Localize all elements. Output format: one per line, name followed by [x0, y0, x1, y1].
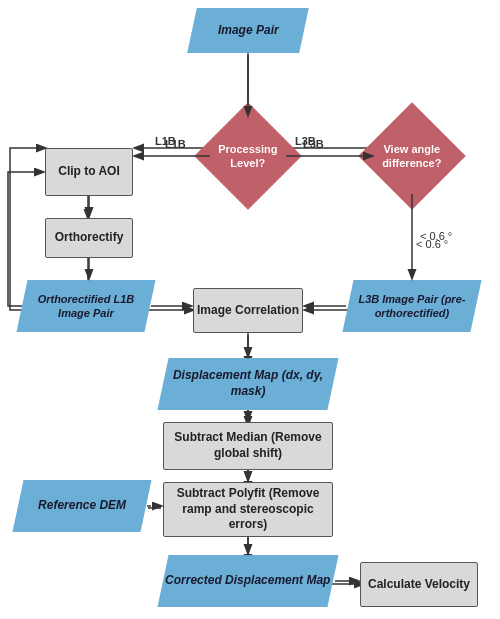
orthorectify-node: Orthorectify — [45, 218, 133, 258]
displacement-map-label: Displacement Map (dx, dy, mask) — [163, 368, 333, 399]
view-angle-node: View angle difference? — [358, 102, 465, 209]
l3b-label: L3B — [295, 135, 316, 147]
processing-level-node: Processing Level? — [194, 102, 301, 209]
image-correlation-node: Image Correlation — [193, 288, 303, 333]
l1b-label: L1B — [155, 135, 176, 147]
angle-threshold-label: < 0.6 ° — [420, 230, 452, 242]
image-pair-node: Image Pair — [187, 8, 309, 53]
displacement-map-node: Displacement Map (dx, dy, mask) — [157, 358, 338, 410]
subtract-median-node: Subtract Median (Remove global shift) — [163, 422, 333, 470]
view-angle-label: View angle difference? — [374, 142, 450, 171]
l3b-pair-node: L3B Image Pair (pre-orthorectified) — [342, 280, 481, 332]
calculate-velocity-node: Calculate Velocity — [360, 562, 478, 607]
reference-dem-label: Reference DEM — [38, 498, 126, 514]
corrected-disp-node: Corrected Displacement Map — [157, 555, 338, 607]
corrected-disp-label: Corrected Displacement Map — [165, 573, 330, 589]
subtract-polyfit-label: Subtract Polyfit (Remove ramp and stereo… — [164, 486, 332, 533]
orthorectify-label: Orthorectify — [55, 230, 124, 246]
flowchart-diagram: L1B L3B < 0.6 ° Image Pair Processing Le… — [0, 0, 500, 619]
clip-to-aoi-node: Clip to AOI — [45, 148, 133, 196]
processing-level-label: Processing Level? — [210, 142, 286, 171]
calculate-velocity-label: Calculate Velocity — [368, 577, 470, 593]
orthorectified-pair-label: Orthorectified L1B Image Pair — [22, 292, 150, 321]
reference-dem-node: Reference DEM — [12, 480, 151, 532]
subtract-polyfit-node: Subtract Polyfit (Remove ramp and stereo… — [163, 482, 333, 537]
l3b-pair-label: L3B Image Pair (pre-orthorectified) — [348, 292, 476, 321]
image-pair-label: Image Pair — [218, 23, 279, 39]
clip-to-aoi-label: Clip to AOI — [58, 164, 120, 180]
orthorectified-pair-node: Orthorectified L1B Image Pair — [16, 280, 155, 332]
image-correlation-label: Image Correlation — [197, 303, 299, 319]
subtract-median-label: Subtract Median (Remove global shift) — [164, 430, 332, 461]
